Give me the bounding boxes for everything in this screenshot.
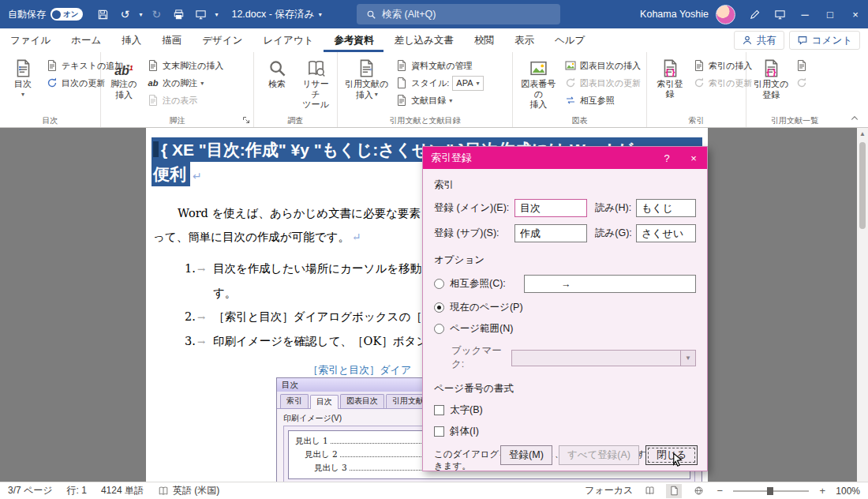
insert-index-button[interactable]: 索引の挿入 xyxy=(690,57,755,74)
bookmark-combobox: ▼ xyxy=(511,350,696,366)
pen-icon[interactable] xyxy=(742,0,767,28)
dialog-help-button[interactable]: ? xyxy=(653,147,680,169)
bibliography-button[interactable]: 文献目録▾ xyxy=(392,92,486,109)
document-title[interactable]: 12.docx - 保存済み ▾ xyxy=(231,8,321,21)
table-of-contents-button[interactable]: 目次 ▾ xyxy=(5,54,41,99)
zoom-in-button[interactable]: + xyxy=(817,485,827,497)
cross-reference-button[interactable]: 相互参照 xyxy=(561,92,644,109)
italic-checkbox[interactable] xyxy=(434,426,444,437)
proofing-status[interactable]: 英語 (米国) xyxy=(158,484,219,497)
tab-help[interactable]: ヘルプ xyxy=(544,28,595,52)
status-bar: 3/7 ページ 行: 1 4124 単語 英語 (米国) フォーカス − + 1… xyxy=(0,482,868,499)
researcher-button[interactable]: リサーチ ツール xyxy=(297,54,335,110)
current-page-radio[interactable] xyxy=(434,302,444,313)
dialog-title-bar[interactable]: 索引登録 ? × xyxy=(423,147,707,169)
bold-checkbox[interactable] xyxy=(434,405,444,415)
zoom-out-button[interactable]: − xyxy=(715,485,724,497)
cross-reference-input[interactable]: → xyxy=(524,275,696,293)
print-layout-button[interactable] xyxy=(666,484,682,498)
index-field-code: { XE "目次:作成" ¥y "もくじ:さくせい" } xyxy=(161,141,465,159)
main-entry-input[interactable] xyxy=(514,199,587,217)
manage-sources-button[interactable]: 資料文献の管理 xyxy=(392,57,486,74)
refresh-icon xyxy=(46,77,58,89)
mouse-cursor-icon xyxy=(670,452,685,467)
mark-button[interactable]: 登録(M) xyxy=(500,445,552,465)
tab-draw[interactable]: 描画 xyxy=(152,28,192,52)
touch-mode-button[interactable] xyxy=(190,3,211,25)
mark-citation-button[interactable]: { } 引用文の 登録 xyxy=(751,54,791,99)
mark-citation-label-1: 引用文の xyxy=(754,79,788,89)
undo-menu-chevron-icon[interactable]: ▾ xyxy=(137,3,144,25)
tab-references[interactable]: 参考資料 xyxy=(324,28,383,52)
insert-footnote-button[interactable]: ab1 脚注の 挿入 xyxy=(106,54,142,99)
svg-text:{ }: { } xyxy=(665,66,675,77)
insert-tof-label: 図表目次の挿入 xyxy=(580,60,641,72)
user-name: Kohama Yoshie xyxy=(640,9,709,20)
autosave-toggle[interactable]: 自動保存 オン xyxy=(8,8,83,21)
tab-file[interactable]: ファイル xyxy=(0,28,61,52)
insert-citation-button[interactable]: ” 引用文献の 挿入▾ xyxy=(342,54,391,99)
insert-table-of-authorities-button[interactable] xyxy=(792,57,811,74)
share-button[interactable]: 共有 xyxy=(734,31,784,50)
next-footnote-button[interactable]: ab次の脚注▾ xyxy=(144,74,226,92)
vertical-scrollbar[interactable]: ▲ xyxy=(857,128,868,482)
mark-entry-button[interactable]: { } 索引登録 xyxy=(652,54,688,99)
title-bar: 自動保存 オン ↺ ▾ ↻ ▾ 12.docx - 保存済み ▾ 検索 (Alt… xyxy=(0,0,868,28)
ribbon-group-citations: ” 引用文献の 挿入▾ 資料文献の管理 スタイル:APA▾ 文献目録▾ 引用文献… xyxy=(338,52,513,127)
zoom-slider[interactable] xyxy=(733,490,809,492)
focus-mode-button[interactable]: フォーカス xyxy=(585,484,633,497)
scroll-up-arrow-icon[interactable]: ▲ xyxy=(857,128,868,139)
yomi-g-input[interactable] xyxy=(636,224,696,242)
footnotes-dialog-launcher-icon[interactable] xyxy=(241,115,251,125)
maximize-button[interactable]: □ xyxy=(817,0,843,28)
tab-design[interactable]: デザイン xyxy=(192,28,253,52)
tab-mailings[interactable]: 差し込み文書 xyxy=(383,28,464,52)
style-icon xyxy=(395,77,408,89)
word-count[interactable]: 4124 単語 xyxy=(101,484,144,497)
insert-caption-button[interactable]: 図表番号の 挿入 xyxy=(518,54,559,110)
print-button[interactable] xyxy=(168,3,189,25)
zoom-slider-thumb[interactable] xyxy=(767,487,773,495)
search-input[interactable]: 検索 (Alt+Q) xyxy=(357,4,560,24)
minimize-button[interactable]: ─ xyxy=(792,0,817,28)
insert-endnote-button[interactable]: 文末脚注の挿入 xyxy=(144,57,226,74)
ribbon-display-options-button[interactable] xyxy=(767,0,792,28)
line-indicator[interactable]: 行: 1 xyxy=(67,484,87,497)
tab-view[interactable]: 表示 xyxy=(504,28,544,52)
close-button[interactable]: × xyxy=(843,0,868,28)
cross-reference-radio[interactable] xyxy=(434,279,444,289)
read-mode-button[interactable] xyxy=(642,484,657,498)
page-indicator[interactable]: 3/7 ページ xyxy=(8,484,53,497)
comments-button[interactable]: コメント xyxy=(789,31,860,50)
tab-home[interactable]: ホーム xyxy=(61,28,111,52)
chevron-down-icon: ▾ xyxy=(200,80,204,87)
scrollbar-thumb[interactable] xyxy=(859,142,866,229)
embedded-tab: 図表目次 xyxy=(340,394,384,408)
tab-character-mark: → xyxy=(197,257,213,281)
toc-icon xyxy=(13,58,33,78)
section-label-options: オプション xyxy=(434,253,696,267)
insert-citation-label-1: 引用文献の xyxy=(345,79,388,89)
svg-text:”: ” xyxy=(369,67,372,77)
zoom-level[interactable]: 100% xyxy=(836,486,860,497)
undo-button[interactable]: ↺ xyxy=(114,3,135,25)
page-range-radio[interactable] xyxy=(434,324,444,334)
insert-index-icon xyxy=(693,59,705,72)
dialog-close-icon[interactable]: × xyxy=(680,147,707,169)
manage-sources-label: 資料文献の管理 xyxy=(411,60,472,72)
tab-layout[interactable]: レイアウト xyxy=(253,28,324,52)
qat-customize-button[interactable]: ▾ xyxy=(212,3,220,25)
save-button[interactable] xyxy=(92,3,113,25)
avatar[interactable] xyxy=(716,5,735,24)
web-layout-button[interactable] xyxy=(690,484,706,498)
collapse-ribbon-button[interactable] xyxy=(849,114,860,123)
style-select[interactable]: APA▾ xyxy=(452,76,483,91)
tab-insert[interactable]: 挿入 xyxy=(111,28,152,52)
yomi-h-input[interactable] xyxy=(636,199,696,217)
insert-table-of-figures-button[interactable]: 図表目次の挿入 xyxy=(561,57,644,74)
group-label-toa: 引用文献一覧 xyxy=(746,115,843,126)
smart-lookup-button[interactable]: 検索 xyxy=(259,54,295,89)
autosave-switch[interactable]: オン xyxy=(51,8,83,21)
tab-review[interactable]: 校閲 xyxy=(464,28,504,52)
subentry-input[interactable] xyxy=(514,224,587,242)
